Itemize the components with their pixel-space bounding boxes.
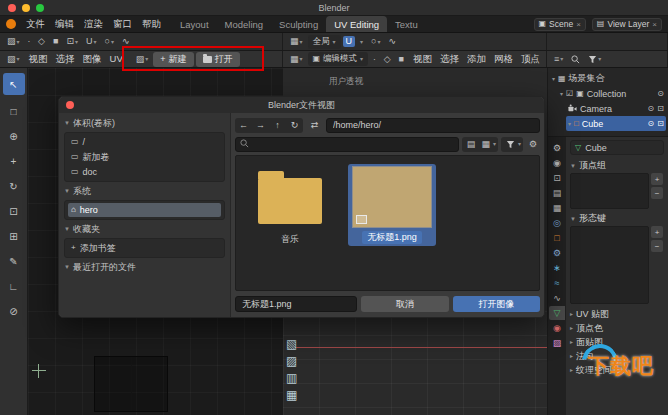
extrude-tool[interactable]: ▨: [286, 355, 297, 367]
volumes-section-header[interactable]: ▼ 体积(卷标): [64, 117, 225, 129]
outliner-row-camera[interactable]: Camera ⊙ ⊡: [566, 101, 666, 116]
expand-icon[interactable]: ▾: [552, 76, 555, 82]
vertex-select-mode-icon[interactable]: ∙: [370, 54, 379, 65]
panel-uv-maps-header[interactable]: ▸ UV 贴图: [570, 307, 664, 321]
tweak-tool[interactable]: ↖: [3, 73, 25, 95]
hide-in-viewport-icon[interactable]: ⊙: [648, 120, 655, 128]
hide-in-viewport-icon[interactable]: ⊙: [648, 105, 655, 113]
falloff-curve-icon[interactable]: ∿: [386, 36, 400, 47]
tab-constraints-icon[interactable]: ∿: [549, 291, 565, 305]
select-box-tool[interactable]: □: [5, 102, 23, 120]
display-list-icon[interactable]: ▤: [464, 139, 479, 150]
add-bookmark-button[interactable]: + 添加书签: [68, 241, 221, 255]
outliner-filter-icon[interactable]: ▾: [585, 54, 604, 65]
system-section-header[interactable]: ▼ 系统: [64, 185, 225, 197]
outliner-row-cube[interactable]: ▾ □ Cube ⊙ ⊡: [566, 116, 666, 131]
system-item-hero[interactable]: ⌂ hero: [68, 203, 221, 217]
tab-material-icon[interactable]: ◉: [549, 321, 565, 335]
snap-settings-icon[interactable]: ▾: [357, 38, 366, 46]
forward-button[interactable]: →: [252, 118, 269, 133]
expand-icon[interactable]: ▾: [568, 121, 571, 127]
file-item-image[interactable]: 无标题1.png: [348, 164, 436, 246]
add-vertex-group-button[interactable]: +: [651, 173, 663, 185]
rotate-tool[interactable]: ↻: [5, 177, 23, 195]
tab-particles-icon[interactable]: ∗: [549, 261, 565, 275]
settings-gear-icon[interactable]: ⚙: [526, 139, 540, 150]
proportional-editing-icon[interactable]: ○▾: [368, 36, 383, 47]
outliner-editor-selector-icon[interactable]: ≡▾: [551, 54, 566, 65]
move-tool[interactable]: +: [5, 152, 23, 170]
collection-checkbox-icon[interactable]: ☑: [566, 90, 573, 98]
image-browse-icon[interactable]: ▨▾: [133, 54, 152, 65]
vp-menu-view[interactable]: 视图: [409, 53, 436, 66]
uv-menu-select[interactable]: 选择: [52, 53, 79, 66]
tab-view-layer-icon[interactable]: ▤: [549, 186, 565, 200]
hide-in-viewport-icon[interactable]: ⊙: [657, 90, 664, 98]
tab-tool-icon[interactable]: ⚙: [549, 141, 565, 155]
outliner-row-collection[interactable]: ▾ ☑ ▣ Collection ⊙: [558, 86, 666, 101]
close-window-button[interactable]: [8, 4, 16, 12]
vp-menu-select[interactable]: 选择: [436, 53, 463, 66]
tab-render-icon[interactable]: ◉: [549, 156, 565, 170]
uv-select-mode-edge-icon[interactable]: ◇: [35, 36, 48, 47]
menu-render[interactable]: 渲染: [79, 18, 108, 31]
snap-toggle-icon[interactable]: U: [343, 36, 356, 47]
menu-file[interactable]: 文件: [21, 18, 50, 31]
disable-in-render-icon[interactable]: ⊡: [657, 105, 664, 113]
uv-editor-selector-icon[interactable]: ▨▾: [4, 54, 23, 65]
filename-input[interactable]: [235, 296, 357, 312]
tab-object-data-icon[interactable]: ▽: [549, 306, 565, 320]
view-layer-remove-icon[interactable]: ×: [652, 20, 657, 29]
cursor-tool[interactable]: ⊕: [5, 127, 23, 145]
inset-tool[interactable]: ▥: [286, 372, 297, 384]
filter-icon[interactable]: [503, 139, 518, 150]
uv-proportional-editing-icon[interactable]: ○▾: [101, 36, 116, 47]
measure-tool[interactable]: ∟: [5, 277, 23, 295]
search-field[interactable]: [235, 137, 459, 152]
remove-vertex-group-button[interactable]: −: [651, 187, 663, 199]
shape-keys-list[interactable]: [570, 226, 649, 304]
tab-object-icon[interactable]: □: [549, 231, 565, 245]
add-shape-key-button[interactable]: +: [651, 226, 663, 238]
menu-edit[interactable]: 编辑: [50, 18, 79, 31]
panel-face-maps-header[interactable]: ▸ 面贴图: [570, 335, 664, 349]
tab-modifiers-icon[interactable]: ⚙: [549, 246, 565, 260]
tab-output-icon[interactable]: ⊡: [549, 171, 565, 185]
volume-item-root[interactable]: ▭ /: [68, 135, 221, 149]
open-image-confirm-button[interactable]: 打开图像: [453, 296, 541, 312]
vertex-groups-list[interactable]: [570, 173, 649, 209]
edge-select-mode-icon[interactable]: ◇: [381, 54, 394, 65]
open-image-button[interactable]: 打开: [196, 52, 240, 67]
tab-scene-icon[interactable]: ▦: [549, 201, 565, 215]
scene-selector[interactable]: ▣ Scene ×: [534, 18, 586, 31]
vp-menu-add[interactable]: 添加: [463, 53, 490, 66]
zoom-window-button[interactable]: [36, 4, 44, 12]
vp-menu-vertex[interactable]: 顶点: [517, 53, 544, 66]
display-thumbnails-icon[interactable]: ▦: [478, 139, 493, 150]
refresh-button[interactable]: ↻: [286, 118, 303, 133]
tab-world-icon[interactable]: ◎: [549, 216, 565, 230]
new-directory-icon[interactable]: ⇄: [306, 118, 323, 133]
minimize-window-button[interactable]: [22, 4, 30, 12]
tab-physics-icon[interactable]: ≈: [549, 276, 565, 290]
dialog-close-button[interactable]: [66, 101, 74, 109]
face-select-mode-icon[interactable]: ■: [396, 54, 407, 65]
cancel-button[interactable]: 取消: [361, 296, 449, 312]
back-button[interactable]: ←: [235, 118, 252, 133]
panel-shape-keys-header[interactable]: ▼ 形态键: [570, 212, 664, 225]
volume-item-doc[interactable]: ▭ doc: [68, 165, 221, 179]
uv-snap-magnet-icon[interactable]: U▾: [83, 36, 100, 47]
viewport-editor-selector-icon[interactable]: ▦▾: [287, 54, 306, 65]
workspace-tab-layout[interactable]: Layout: [172, 16, 217, 32]
uv-menu-image[interactable]: 图像: [79, 53, 106, 66]
properties-breadcrumb[interactable]: ▽ Cube: [570, 140, 664, 155]
mode-dropdown[interactable]: ▣ 编辑模式 ▾: [308, 52, 369, 66]
remove-shape-key-button[interactable]: −: [651, 240, 663, 252]
up-button[interactable]: ↑: [269, 118, 286, 133]
volume-item-new-volume[interactable]: ▭ 新加卷: [68, 150, 221, 164]
panel-normals-header[interactable]: ▸ 法向: [570, 349, 664, 363]
recent-section-header[interactable]: ▼ 最近打开的文件: [64, 261, 225, 273]
grab-tool[interactable]: ⊘: [5, 302, 23, 320]
tab-texture-icon[interactable]: ▨: [549, 336, 565, 350]
workspace-tab-modeling[interactable]: Modeling: [217, 16, 272, 32]
